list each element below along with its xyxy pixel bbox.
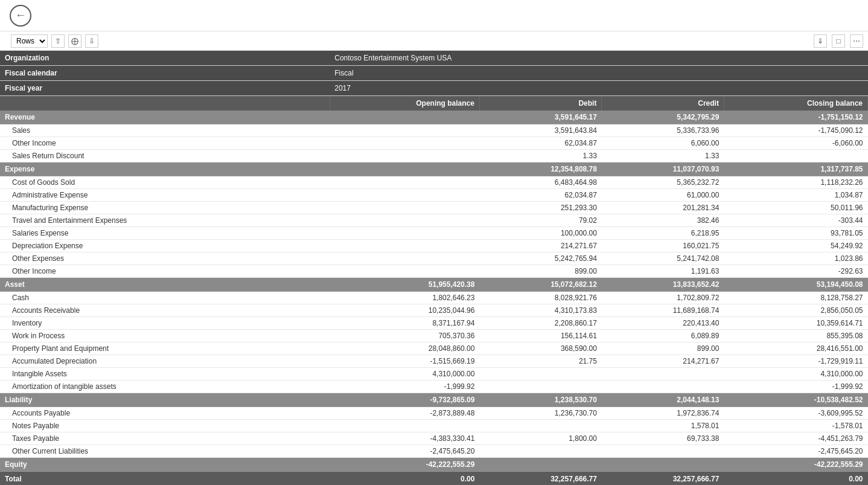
category-value: 11,037,070.93 xyxy=(602,162,724,176)
table-row[interactable]: Other Income 62,034.87 6,060.00 -6,060.0… xyxy=(0,137,868,150)
table-row[interactable]: Salaries Expense 100,000.00 6,218.95 93,… xyxy=(0,227,868,240)
total-opening: 0.00 xyxy=(330,472,479,486)
row-closing: -1,578.01 xyxy=(724,420,867,432)
row-credit xyxy=(602,368,724,381)
table-row[interactable]: Manufacturing Expense 251,293.30 201,281… xyxy=(0,202,868,214)
table-row[interactable]: Accumulated Depreciation -1,515,669.19 2… xyxy=(0,355,868,368)
table-container: Organization Contoso Entertainment Syste… xyxy=(0,51,868,485)
row-debit xyxy=(479,368,601,381)
table-row[interactable]: Taxes Payable -4,383,330.41 1,800.00 69,… xyxy=(0,432,868,445)
row-name: Accounts Receivable xyxy=(0,304,330,317)
table-row[interactable]: Notes Payable 1,578.01 -1,578.01 xyxy=(0,420,868,432)
category-label: Expense xyxy=(0,162,330,176)
row-debit: 368,590.00 xyxy=(479,342,601,355)
info-label: Fiscal calendar xyxy=(0,66,330,81)
table-row[interactable]: Travel and Entertainment Expenses 79.02 … xyxy=(0,214,868,227)
app-header: ← xyxy=(0,0,868,31)
table-row[interactable]: Property Plant and Equipment 28,048,860.… xyxy=(0,342,868,355)
table-row[interactable]: Depreciation Expense 214,271.67 160,021.… xyxy=(0,240,868,252)
row-closing: -1,729,919.11 xyxy=(724,355,867,368)
focus-button[interactable]: □ xyxy=(832,34,845,48)
row-name: Intangible Assets xyxy=(0,368,330,381)
table-row[interactable]: Work in Process 705,370.36 156,114.61 6,… xyxy=(0,330,868,342)
column-header: Opening balance xyxy=(330,96,479,111)
category-label: Revenue xyxy=(0,111,330,124)
row-debit xyxy=(479,445,601,458)
row-credit: 1,191.63 xyxy=(602,265,724,278)
row-debit: 899.00 xyxy=(479,265,601,278)
row-name: Manufacturing Expense xyxy=(0,202,330,214)
row-closing: -1,999.92 xyxy=(724,381,867,393)
row-closing: 1,023.86 xyxy=(724,252,867,265)
drill-expand-button[interactable]: ⨁ xyxy=(68,34,81,48)
row-name: Taxes Payable xyxy=(0,432,330,445)
drill-down-button[interactable]: ⇩ xyxy=(85,34,98,48)
more-options-button[interactable]: ⋯ xyxy=(850,34,863,48)
drill-up-button[interactable]: ⇧ xyxy=(51,34,65,48)
back-button[interactable]: ← xyxy=(10,5,31,27)
drill-select[interactable]: Rows xyxy=(11,34,48,48)
table-row[interactable]: Sales 3,591,643.84 5,336,733.96 -1,745,0… xyxy=(0,124,868,137)
row-opening: -1,999.92 xyxy=(330,381,479,393)
table-row[interactable]: Administrative Expense 62,034.87 61,000.… xyxy=(0,189,868,202)
category-value xyxy=(479,458,601,472)
table-row[interactable]: Other Income 899.00 1,191.63 -292.63 xyxy=(0,265,868,278)
download-button[interactable]: ⇓ xyxy=(814,34,827,48)
row-name: Property Plant and Equipment xyxy=(0,342,330,355)
category-value xyxy=(330,162,479,176)
row-name: Cash xyxy=(0,292,330,304)
table-row[interactable]: Accounts Payable -2,873,889.48 1,236,730… xyxy=(0,407,868,420)
row-closing: -4,451,263.79 xyxy=(724,432,867,445)
row-opening xyxy=(330,420,479,432)
row-closing: 28,416,551.00 xyxy=(724,342,867,355)
table-row[interactable]: Intangible Assets 4,310,000.00 4,310,000… xyxy=(0,368,868,381)
category-value: 15,072,682.12 xyxy=(479,278,601,292)
category-value: 2,044,148.13 xyxy=(602,393,724,407)
table-row[interactable]: Inventory 8,371,167.94 2,208,860.17 220,… xyxy=(0,317,868,330)
category-value: 3,591,645.17 xyxy=(479,111,601,124)
row-credit: 6,218.95 xyxy=(602,227,724,240)
row-name: Cost of Goods Sold xyxy=(0,176,330,189)
table-row[interactable]: Sales Return Discount 1.33 1.33 xyxy=(0,150,868,162)
row-closing: -2,475,645.20 xyxy=(724,445,867,458)
row-debit: 6,483,464.98 xyxy=(479,176,601,189)
row-credit: 1,578.01 xyxy=(602,420,724,432)
total-closing: 0.00 xyxy=(724,472,867,486)
table-row[interactable]: Other Current Liabilities -2,475,645.20 … xyxy=(0,445,868,458)
row-closing: 4,310,000.00 xyxy=(724,368,867,381)
row-debit: 2,208,860.17 xyxy=(479,317,601,330)
row-credit: 1,702,809.72 xyxy=(602,292,724,304)
total-credit: 32,257,666.77 xyxy=(602,472,724,486)
row-name: Other Expenses xyxy=(0,252,330,265)
info-row: Fiscal calendar Fiscal xyxy=(0,66,868,81)
row-credit: 201,281.34 xyxy=(602,202,724,214)
info-row: Organization Contoso Entertainment Syste… xyxy=(0,51,868,66)
row-opening: -2,873,889.48 xyxy=(330,407,479,420)
table-row[interactable]: Cost of Goods Sold 6,483,464.98 5,365,23… xyxy=(0,176,868,189)
category-value: 1,317,737.85 xyxy=(724,162,867,176)
row-credit: 6,060.00 xyxy=(602,137,724,150)
row-credit: 69,733.38 xyxy=(602,432,724,445)
row-opening xyxy=(330,176,479,189)
category-row: Expense12,354,808.7811,037,070.931,317,7… xyxy=(0,162,868,176)
row-opening xyxy=(330,124,479,137)
row-credit: 5,241,742.08 xyxy=(602,252,724,265)
category-value: 53,194,450.08 xyxy=(724,278,867,292)
category-value: 13,833,652.42 xyxy=(602,278,724,292)
row-debit: 79.02 xyxy=(479,214,601,227)
row-credit: 1.33 xyxy=(602,150,724,162)
row-debit xyxy=(479,381,601,393)
row-name: Sales xyxy=(0,124,330,137)
row-name: Travel and Entertainment Expenses xyxy=(0,214,330,227)
table-row[interactable]: Accounts Receivable 10,235,044.96 4,310,… xyxy=(0,304,868,317)
category-label: Equity xyxy=(0,458,330,472)
table-row[interactable]: Other Expenses 5,242,765.94 5,241,742.08… xyxy=(0,252,868,265)
table-row[interactable]: Amortization of intangible assets -1,999… xyxy=(0,381,868,393)
table-row[interactable]: Cash 1,802,646.23 8,028,921.76 1,702,809… xyxy=(0,292,868,304)
row-name: Inventory xyxy=(0,317,330,330)
row-closing: -292.63 xyxy=(724,265,867,278)
info-label: Fiscal year xyxy=(0,81,330,96)
category-label: Asset xyxy=(0,278,330,292)
row-debit: 1.33 xyxy=(479,150,601,162)
row-name: Notes Payable xyxy=(0,420,330,432)
